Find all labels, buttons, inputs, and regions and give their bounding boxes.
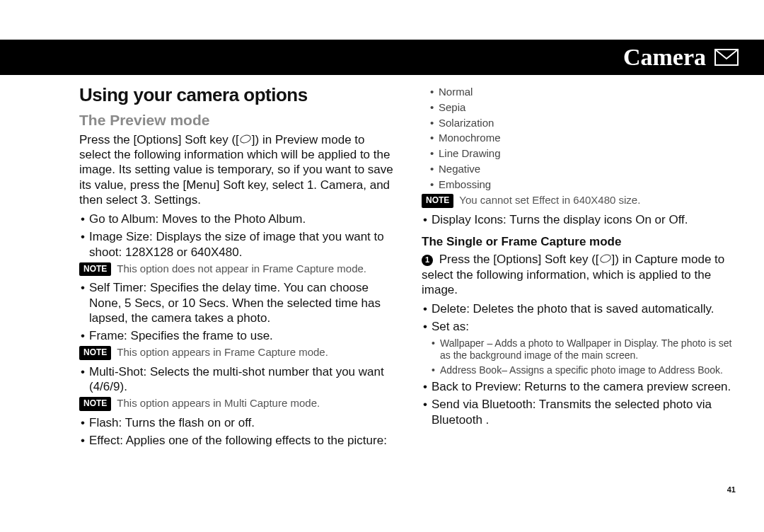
note-badge: NOTE: [79, 262, 111, 277]
options-list-right-2: Delete: Deletes the photo that is saved …: [422, 301, 739, 427]
chapter-title: Camera: [623, 44, 706, 71]
options-list-left-4: Flash: Turns the flash on or off. Effect…: [79, 415, 396, 449]
list-item: Sepia: [429, 101, 739, 115]
step-number-1: 1: [422, 255, 433, 266]
note-text: This option does not appear in Frame Cap…: [117, 262, 366, 276]
list-item: Normal: [429, 86, 739, 99]
intro-text-a: Press the [Options] Soft key ([: [79, 133, 239, 146]
note-badge: NOTE: [79, 346, 111, 360]
subheading-capture-mode: The Single or Frame Capture mode: [422, 234, 739, 249]
options-list-right-1: Display Icons: Turns the display icons O…: [422, 212, 739, 227]
note-row: NOTE This option appears in Frame Captur…: [79, 346, 396, 360]
list-item: Delete: Deletes the photo that is saved …: [422, 301, 739, 316]
page-heading: Using your camera options: [79, 83, 396, 107]
note-row: NOTE You cannot set Effect in 640X480 si…: [422, 194, 739, 208]
capture-step-1: 1 Press the [Options] Soft key ([]) in C…: [422, 252, 739, 297]
list-item: Embossing: [429, 178, 739, 192]
step1-text-a: Press the [Options] Soft key ([: [439, 253, 599, 266]
list-item: Back to Preview: Returns to the camera p…: [422, 379, 739, 394]
list-item: Address Book– Assigns a specific photo i…: [432, 364, 739, 377]
list-item: Solarization: [429, 117, 739, 130]
softkey-icon: [598, 253, 612, 265]
list-item: Set as: Wallpaper – Adds a photo to Wall…: [422, 319, 739, 376]
options-list-left-3: Multi-Shot: Selects the multi-shot numbe…: [79, 364, 396, 395]
content-area: Using your camera options The Preview mo…: [79, 83, 739, 504]
note-text: This option appears in Frame Capture mod…: [117, 346, 328, 359]
setas-sublist: Wallpaper – Adds a photo to Wallpaper in…: [432, 337, 739, 377]
options-list-left-2: Self Timer: Specifies the delay time. Yo…: [79, 280, 396, 343]
note-badge: NOTE: [79, 397, 111, 411]
list-item: Multi-Shot: Selects the multi-shot numbe…: [79, 364, 396, 395]
note-text: This option appears in Multi Capture mod…: [117, 397, 320, 410]
left-column: Using your camera options The Preview mo…: [79, 83, 396, 504]
chapter-header-band: Camera: [0, 40, 764, 75]
note-row: NOTE This option appears in Multi Captur…: [79, 397, 396, 411]
list-item: Line Drawing: [429, 147, 739, 161]
list-item: Go to Album: Moves to the Photo Album.: [79, 212, 396, 226]
note-text: You cannot set Effect in 640X480 size.: [459, 194, 640, 207]
effects-list: Normal Sepia Solarization Monochrome Lin…: [429, 86, 739, 191]
softkey-icon: [238, 133, 252, 144]
list-item: Self Timer: Specifies the delay time. Yo…: [79, 280, 396, 325]
note-badge: NOTE: [422, 194, 453, 208]
list-item: Send via Bluetooth: Transmits the select…: [422, 397, 739, 427]
options-list-left: Go to Album: Moves to the Photo Album. I…: [79, 212, 396, 260]
right-column: Normal Sepia Solarization Monochrome Lin…: [422, 83, 739, 504]
list-item: Display Icons: Turns the display icons O…: [422, 212, 739, 227]
section-heading-preview: The Preview mode: [79, 111, 396, 129]
list-item: Frame: Specifies the frame to use.: [79, 328, 396, 343]
envelope-icon: [714, 47, 739, 67]
list-item: Flash: Turns the flash on or off.: [79, 415, 396, 430]
intro-paragraph: Press the [Options] Soft key ([]) in Pre…: [79, 132, 396, 207]
list-item: Wallpaper – Adds a photo to Wallpaper in…: [432, 337, 739, 362]
note-row: NOTE This option does not appear in Fram…: [79, 262, 396, 277]
list-item: Image Size: Displays the size of image t…: [79, 229, 396, 260]
manual-page: Camera Using your camera options The Pre…: [0, 0, 764, 532]
list-item: Effect: Applies one of the following eff…: [79, 433, 396, 448]
list-item: Monochrome: [429, 132, 739, 145]
setas-label: Set as:: [432, 320, 469, 333]
list-item: Negative: [429, 163, 739, 176]
page-number: 41: [727, 485, 736, 494]
